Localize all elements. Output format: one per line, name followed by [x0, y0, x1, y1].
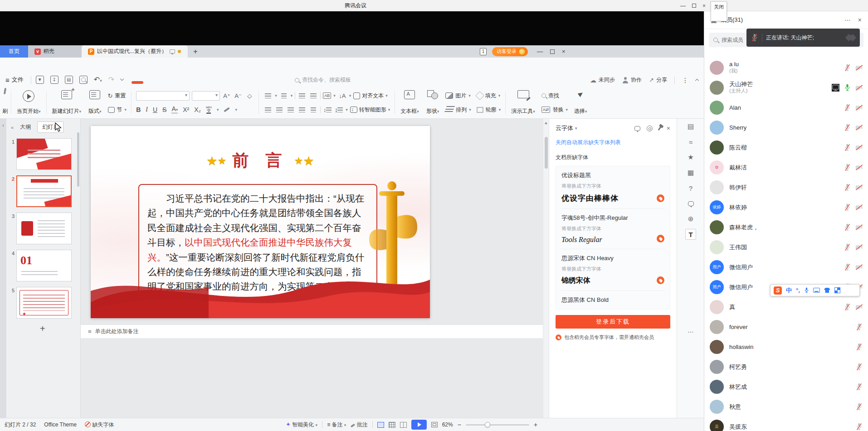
- align-center-icon[interactable]: [275, 105, 284, 114]
- favorites-icon[interactable]: ★: [677, 150, 704, 165]
- voice-input-icon[interactable]: [804, 287, 809, 294]
- tab-docer[interactable]: v 稻壳: [28, 45, 82, 58]
- more-menu-icon[interactable]: ⋮: [682, 77, 688, 84]
- member-row[interactable]: Sherry: [704, 117, 868, 137]
- menu-tab[interactable]: [132, 81, 143, 84]
- login-download-button[interactable]: 登录后下载: [556, 315, 670, 329]
- font-card[interactable]: 优设标题黑 将替换成下方字体 优设字由棒棒体: [561, 166, 665, 209]
- clipboard-icon[interactable]: ▦: [677, 165, 704, 180]
- slide-thumbnail[interactable]: [16, 175, 72, 207]
- select-button[interactable]: ▶ 选择▾: [571, 89, 591, 116]
- tab-home[interactable]: 首页: [0, 45, 28, 58]
- vertical-text-icon[interactable]: ↓A: [338, 91, 347, 100]
- member-row[interactable]: 天山神芒 (主持人): [704, 77, 868, 97]
- bold-icon[interactable]: B: [136, 106, 141, 113]
- font-card[interactable]: 思源黑体 CN Bold: [561, 291, 665, 309]
- slide-thumbnail[interactable]: [16, 213, 72, 244]
- number-list-icon[interactable]: [279, 91, 288, 100]
- find-button[interactable]: 查找: [541, 90, 568, 101]
- menu-tab[interactable]: [254, 81, 266, 84]
- font-card[interactable]: 字魂58号-创中黑-Regular 将替换成下方字体 Tools Regular: [561, 209, 665, 249]
- clear-format-icon[interactable]: ◇: [245, 91, 254, 100]
- menu-tab[interactable]: [186, 81, 198, 84]
- slide-thumbnail-item[interactable]: 2: [6, 173, 80, 210]
- underline-icon[interactable]: U: [153, 106, 157, 113]
- member-row[interactable]: forever: [704, 317, 868, 337]
- text-box-button[interactable]: 文本框▾: [397, 89, 423, 116]
- decrease-indent-icon[interactable]: [297, 91, 307, 100]
- collapse-panel-icon[interactable]: «: [11, 125, 14, 130]
- menu-tab[interactable]: [145, 81, 157, 84]
- share-button[interactable]: ↗分享: [649, 76, 667, 84]
- add-slide-button[interactable]: +: [40, 324, 45, 334]
- arrange-button[interactable]: 排列▾: [445, 104, 471, 115]
- menu-tab[interactable]: [172, 81, 184, 84]
- file-menu[interactable]: ≡文件: [5, 76, 24, 84]
- align-text-button[interactable]: 对齐文本▾: [353, 90, 388, 101]
- strikethrough-icon[interactable]: S: [162, 106, 166, 113]
- zoom-handle[interactable]: [485, 422, 490, 427]
- more-commands-icon[interactable]: [120, 77, 124, 81]
- pin-icon[interactable]: [658, 126, 662, 130]
- print-preview-icon[interactable]: [79, 76, 88, 84]
- paragraph-spacing-icon[interactable]: ↨: [334, 105, 343, 114]
- help-icon[interactable]: ?: [677, 180, 704, 196]
- zoom-level[interactable]: 62%: [442, 421, 453, 428]
- guest-login-button[interactable]: 访客登录: [492, 47, 528, 56]
- menu-tab[interactable]: [200, 81, 211, 84]
- feedback-icon[interactable]: [634, 126, 640, 131]
- missing-fonts-status[interactable]: 缺失字体: [85, 421, 114, 429]
- wps-close-icon[interactable]: ×: [562, 48, 566, 55]
- member-row[interactable]: ✿ 戴林洁: [704, 157, 868, 177]
- export-icon[interactable]: ↧: [50, 76, 59, 84]
- undo-icon[interactable]: ↶▾: [94, 75, 102, 84]
- align-right-icon[interactable]: [286, 105, 295, 114]
- keyboard-icon[interactable]: [813, 288, 820, 293]
- punctuation-mode[interactable]: °,: [796, 287, 800, 294]
- notes-button[interactable]: ≡ 备注 ▾: [327, 421, 346, 429]
- play-from-current-button[interactable]: 当页开始▾: [13, 89, 44, 116]
- slide-sorter-icon[interactable]: [389, 422, 395, 428]
- outline-button[interactable]: 轮廓▾: [477, 104, 501, 115]
- menu-tab[interactable]: [213, 81, 225, 84]
- line-spacing-icon[interactable]: ↕: [323, 105, 332, 114]
- zoom-out-icon[interactable]: −: [458, 421, 461, 428]
- normal-view-icon[interactable]: [377, 422, 384, 428]
- disable-missing-fonts-link[interactable]: 关闭自动展示缺失字体列表: [556, 139, 670, 146]
- doc-count-badge[interactable]: 1: [480, 48, 487, 55]
- menu-tab[interactable]: [268, 81, 279, 84]
- menu-tab[interactable]: [159, 81, 171, 84]
- slide-thumbnail-item[interactable]: 5: [6, 284, 80, 321]
- italic-icon[interactable]: I: [146, 106, 148, 113]
- wps-maximize-icon[interactable]: [550, 49, 555, 54]
- more-tools-icon[interactable]: ⋯: [677, 328, 704, 335]
- zoom-slider[interactable]: [466, 424, 529, 426]
- maximize-icon[interactable]: [692, 4, 696, 8]
- canvas-scrollbar[interactable]: ▲: [543, 119, 549, 418]
- slide-thumbnail[interactable]: 01: [16, 250, 72, 281]
- toolbox-icon[interactable]: [834, 287, 840, 293]
- layout-button[interactable]: 版式▾: [85, 89, 105, 116]
- member-row[interactable]: 陈云楷: [704, 137, 868, 157]
- panel-more-icon[interactable]: ⋯: [844, 16, 851, 24]
- member-row[interactable]: 王伟国: [704, 237, 868, 257]
- format-painter-button[interactable]: 刷: [1, 89, 9, 116]
- distribute-icon[interactable]: [309, 105, 318, 114]
- font-card[interactable]: 思源宋体 CN Heavy 将替换成下方字体 锦绣宋体: [561, 249, 665, 291]
- slideshow-button[interactable]: [411, 420, 427, 430]
- menu-tab[interactable]: [227, 81, 239, 84]
- wps-minimize-icon[interactable]: —: [537, 48, 543, 55]
- member-row[interactable]: 柯艺勇: [704, 357, 868, 377]
- picture-button[interactable]: 图片▾: [445, 90, 471, 101]
- fit-slide-icon[interactable]: [431, 422, 438, 427]
- zoom-in-icon[interactable]: +: [534, 421, 537, 428]
- highlight-icon[interactable]: [224, 107, 230, 112]
- member-row[interactable]: a lu (我): [704, 58, 868, 77]
- theme-name[interactable]: Office Theme: [44, 421, 77, 428]
- decrease-font-icon[interactable]: A⁻: [234, 91, 243, 100]
- font-color-icon[interactable]: A▾: [171, 106, 178, 114]
- slide-thumbnail-item[interactable]: 3: [6, 210, 80, 247]
- gear-icon[interactable]: [647, 126, 653, 131]
- save-icon[interactable]: ▼: [36, 76, 44, 84]
- slide-thumbnail[interactable]: [16, 138, 72, 170]
